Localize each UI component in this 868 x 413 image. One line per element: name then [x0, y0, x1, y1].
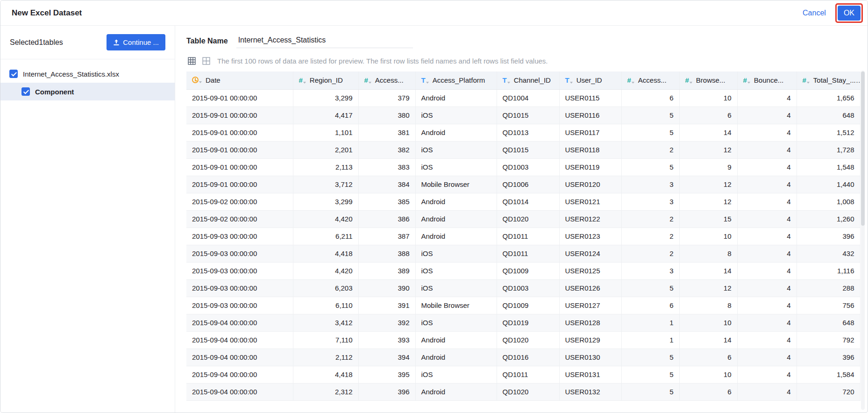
cancel-button[interactable]: Cancel — [803, 9, 826, 17]
column-header-8[interactable]: #Bounce... — [737, 71, 797, 89]
new-excel-dataset-dialog: New Excel Dataset Cancel OK Selected1tab… — [0, 0, 868, 413]
table-cell: 756 — [797, 297, 860, 314]
table-cell: Android — [415, 89, 497, 107]
table-cell: 2015-09-01 00:00:00 — [186, 107, 293, 124]
caret-down-icon — [303, 82, 306, 84]
column-header-4[interactable]: TChannel_ID — [497, 71, 559, 89]
table-cell: QD1013 — [497, 124, 559, 141]
column-header-9[interactable]: #Total_Stay_... — [797, 71, 860, 89]
continue-button-label: Continue ... — [123, 38, 159, 46]
table-cell: 386 — [358, 210, 415, 228]
table-cell: QD1015 — [497, 107, 559, 124]
table-cell: Android — [415, 331, 497, 349]
table-row: 2015-09-01 00:00:002,201382iOSQD1015USER… — [186, 141, 860, 158]
table-header-row: Date#Region_ID#Access...TAccess_Platform… — [186, 71, 860, 89]
table-cell: 6 — [679, 107, 737, 124]
column-header-5[interactable]: TUser_ID — [559, 71, 621, 89]
table-cell: 2015-09-03 00:00:00 — [186, 262, 293, 279]
ok-button[interactable]: OK — [838, 6, 861, 21]
table-cell: 7,110 — [293, 331, 358, 349]
table-name-input[interactable] — [236, 35, 413, 48]
table-cell: USER0124 — [559, 245, 621, 262]
table-cell: 4 — [737, 193, 797, 210]
caret-down-icon — [507, 82, 510, 84]
table-cell: iOS — [415, 245, 497, 262]
caret-down-icon — [747, 82, 750, 84]
table-cell: QD1009 — [497, 262, 559, 279]
component-checkbox[interactable] — [21, 87, 30, 96]
table-cell: 6 — [679, 383, 737, 400]
column-label: Access_Platform — [433, 76, 485, 84]
table-cell: QD1019 — [497, 314, 559, 331]
column-label: Access... — [375, 76, 404, 84]
tree-item-excel-file[interactable]: Internet_Access_Statistics.xlsx — [0, 65, 175, 83]
dialog-header: New Excel Dataset Cancel OK — [0, 0, 868, 26]
table-cell: USER0132 — [559, 383, 621, 400]
column-header-1[interactable]: #Region_ID — [293, 71, 358, 89]
file-checkbox[interactable] — [9, 70, 18, 78]
annotation-highlight-box: OK — [835, 3, 863, 23]
column-header-2[interactable]: #Access... — [358, 71, 415, 89]
table-row: 2015-09-01 00:00:001,101381AndroidQD1013… — [186, 124, 860, 141]
number-icon: # — [364, 77, 368, 84]
table-cell: 383 — [358, 158, 415, 176]
table-wrap: Date#Region_ID#Access...TAccess_Platform… — [186, 71, 868, 401]
table-cell: USER0125 — [559, 262, 621, 279]
table-cell: QD1015 — [497, 141, 559, 158]
continue-button[interactable]: Continue ... — [107, 34, 165, 50]
transpose-view-icon[interactable] — [201, 56, 211, 66]
vertical-scrollbar[interactable] — [861, 71, 865, 410]
table-cell: 396 — [797, 349, 860, 366]
table-cell: QD1003 — [497, 279, 559, 297]
table-cell: 2015-09-03 00:00:00 — [186, 228, 293, 245]
caret-down-icon — [369, 82, 371, 84]
upload-icon — [113, 39, 120, 46]
table-cell: 12 — [679, 141, 737, 158]
table-cell: Android — [415, 124, 497, 141]
table-cell: 3 — [621, 176, 679, 193]
tree-item-component[interactable]: Component — [0, 83, 175, 100]
table-cell: 5 — [621, 366, 679, 383]
table-cell: 4 — [737, 349, 797, 366]
table-cell: USER0115 — [559, 89, 621, 107]
table-cell: USER0129 — [559, 331, 621, 349]
table-cell: 3,712 — [293, 176, 358, 193]
grid-view-icon[interactable] — [186, 56, 197, 66]
table-cell: 3,299 — [293, 193, 358, 210]
table-cell: 5 — [621, 107, 679, 124]
column-header-3[interactable]: TAccess_Platform — [415, 71, 497, 89]
text-icon: T — [565, 77, 569, 84]
table-cell: iOS — [415, 262, 497, 279]
table-cell: 12 — [679, 176, 737, 193]
table-cell: 2015-09-02 00:00:00 — [186, 210, 293, 228]
table-cell: QD1020 — [497, 383, 559, 400]
table-row: 2015-09-03 00:00:006,110391Mobile Browse… — [186, 297, 860, 314]
table-cell: 6,203 — [293, 279, 358, 297]
table-cell: 4 — [737, 366, 797, 383]
table-cell: 1,440 — [797, 176, 860, 193]
caret-down-icon — [426, 82, 429, 84]
scrollbar-thumb[interactable] — [861, 71, 865, 226]
table-cell: QD1014 — [497, 193, 559, 210]
table-row: 2015-09-01 00:00:003,299379AndroidQD1004… — [186, 89, 860, 107]
table-cell: USER0123 — [559, 228, 621, 245]
text-icon: T — [503, 77, 507, 84]
column-header-7[interactable]: #Browse... — [679, 71, 737, 89]
table-cell: 10 — [679, 314, 737, 331]
column-label: Browse... — [696, 76, 726, 84]
table-row: 2015-09-03 00:00:006,211387AndroidQD1011… — [186, 228, 860, 245]
table-cell: USER0119 — [559, 158, 621, 176]
table-cell: 4 — [737, 314, 797, 331]
table-cell: 2 — [621, 228, 679, 245]
table-cell: 2015-09-01 00:00:00 — [186, 141, 293, 158]
tables-sidebar: Selected1tables Continue ... Internet_Ac… — [0, 26, 175, 413]
table-cell: 392 — [358, 314, 415, 331]
table-cell: 12 — [679, 279, 737, 297]
column-header-6[interactable]: #Access... — [621, 71, 679, 89]
table-cell: 4 — [737, 158, 797, 176]
table-cell: 394 — [358, 349, 415, 366]
number-icon: # — [685, 77, 689, 84]
column-header-0[interactable]: Date — [186, 71, 293, 89]
table-cell: 1,008 — [797, 193, 860, 210]
table-cell: 720 — [797, 383, 860, 400]
